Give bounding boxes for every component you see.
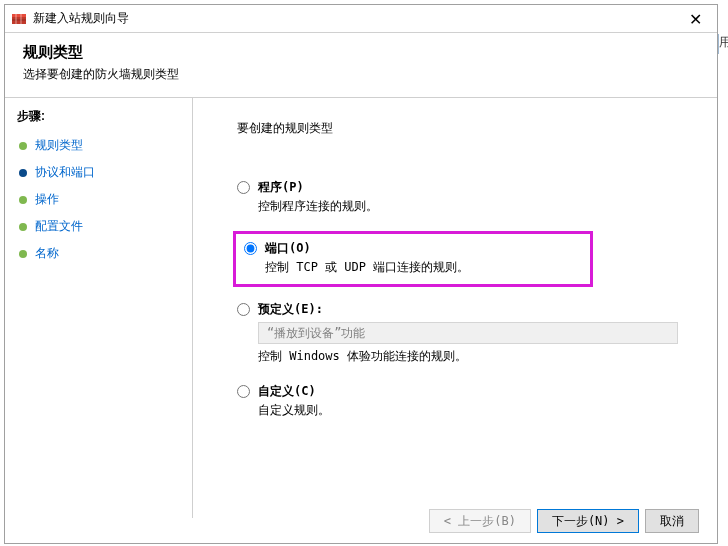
radio-desc-port: 控制 TCP 或 UDP 端口连接的规则。	[265, 259, 578, 276]
bullet-icon	[19, 196, 27, 204]
next-button[interactable]: 下一步(N) >	[537, 509, 639, 533]
window-title: 新建入站规则向导	[33, 10, 129, 27]
firewall-icon	[11, 11, 27, 27]
radio-option-custom[interactable]: 自定义(C) 自定义规则。	[233, 381, 691, 421]
steps-heading: 步骤:	[17, 108, 180, 125]
step-label: 规则类型	[35, 137, 83, 154]
sidebar: 步骤: 规则类型 协议和端口 操作 配置文件 名称	[5, 98, 193, 518]
step-profile[interactable]: 配置文件	[17, 218, 180, 235]
highlight-box: 端口(O) 控制 TCP 或 UDP 端口连接的规则。	[233, 231, 593, 287]
radio-option-port[interactable]: 端口(O) 控制 TCP 或 UDP 端口连接的规则。	[240, 238, 582, 278]
header-section: 规则类型 选择要创建的防火墙规则类型	[5, 33, 717, 98]
button-bar: < 上一步(B) 下一步(N) > 取消	[429, 509, 699, 533]
wizard-window: 新建入站规则向导 ✕ 规则类型 选择要创建的防火墙规则类型 步骤: 规则类型 协…	[4, 4, 718, 544]
radio-desc-predefined: 控制 Windows 体验功能连接的规则。	[258, 348, 687, 365]
step-label: 名称	[35, 245, 59, 262]
radio-label-custom: 自定义(C)	[258, 383, 316, 400]
dropdown-text: “播放到设备”功能	[267, 325, 365, 342]
step-action[interactable]: 操作	[17, 191, 180, 208]
bullet-icon	[19, 223, 27, 231]
radio-custom[interactable]	[237, 385, 250, 398]
step-protocol-port[interactable]: 协议和端口	[17, 164, 180, 181]
bullet-icon	[19, 142, 27, 150]
svg-rect-1	[12, 14, 26, 17]
cancel-button[interactable]: 取消	[645, 509, 699, 533]
content-area: 步骤: 规则类型 协议和端口 操作 配置文件 名称 要	[5, 98, 717, 518]
radio-port[interactable]	[244, 242, 257, 255]
rule-type-radio-group: 程序(P) 控制程序连接的规则。 端口(O) 控制 TCP 或 UDP 端口连接…	[233, 177, 691, 421]
titlebar: 新建入站规则向导 ✕	[5, 5, 717, 33]
radio-label-predefined: 预定义(E):	[258, 301, 323, 318]
prompt-text: 要创建的规则类型	[237, 120, 691, 137]
radio-program[interactable]	[237, 181, 250, 194]
close-button[interactable]: ✕	[673, 5, 717, 33]
main-panel: 要创建的规则类型 程序(P) 控制程序连接的规则。 端口(O)	[193, 98, 717, 518]
radio-desc-custom: 自定义规则。	[258, 402, 687, 419]
bullet-icon	[19, 250, 27, 258]
page-subtitle: 选择要创建的防火墙规则类型	[23, 66, 699, 83]
back-button: < 上一步(B)	[429, 509, 531, 533]
radio-desc-program: 控制程序连接的规则。	[258, 198, 687, 215]
side-stub: 用	[718, 34, 728, 54]
bullet-icon	[19, 169, 27, 177]
step-rule-type[interactable]: 规则类型	[17, 137, 180, 154]
radio-label-port: 端口(O)	[265, 240, 311, 257]
step-label: 操作	[35, 191, 59, 208]
close-icon: ✕	[689, 10, 702, 29]
predefined-dropdown: “播放到设备”功能	[258, 322, 678, 344]
step-label: 协议和端口	[35, 164, 95, 181]
radio-label-program: 程序(P)	[258, 179, 304, 196]
svg-rect-2	[12, 19, 26, 21]
radio-option-predefined[interactable]: 预定义(E): “播放到设备”功能 控制 Windows 体验功能连接的规则。	[233, 299, 691, 367]
page-title: 规则类型	[23, 43, 699, 62]
step-name[interactable]: 名称	[17, 245, 180, 262]
step-label: 配置文件	[35, 218, 83, 235]
radio-predefined[interactable]	[237, 303, 250, 316]
radio-option-program[interactable]: 程序(P) 控制程序连接的规则。	[233, 177, 691, 217]
